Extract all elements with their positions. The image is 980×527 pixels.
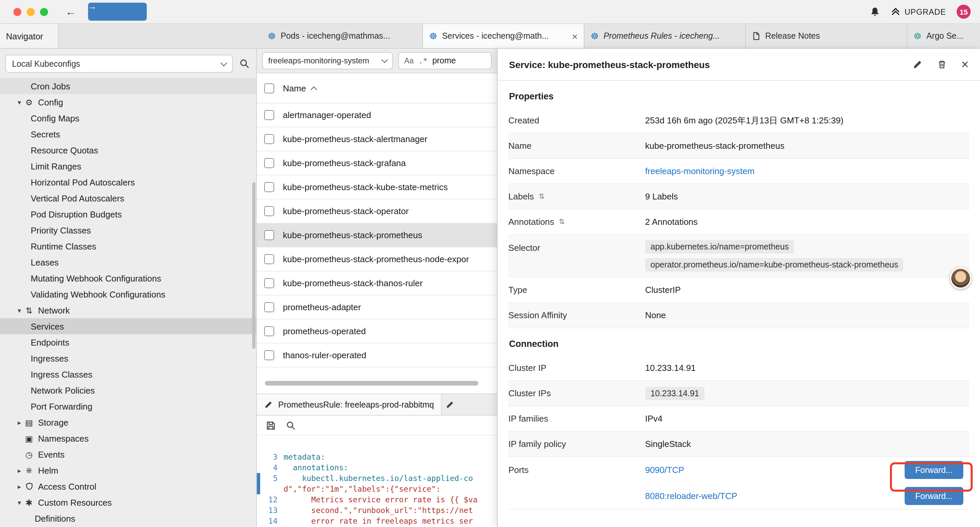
sidebar-item-priority-classes[interactable]: Priority Classes <box>0 222 256 238</box>
sidebar-item-validating-webhook-configurations[interactable]: Validating Webhook Configurations <box>0 286 256 302</box>
tab-prometheus-rules[interactable]: ☸ Prometheus Rules - icecheng... <box>584 24 746 48</box>
sidebar-item-limit-ranges[interactable]: Limit Ranges <box>0 158 256 174</box>
select-all-checkbox[interactable] <box>264 83 274 93</box>
user-avatar[interactable] <box>950 267 971 289</box>
yaml-editor[interactable]: 3metadata: 4 annotations: 5 kubectl.kube… <box>257 436 497 527</box>
table-row[interactable]: prometheus-operated <box>257 320 497 344</box>
expand-icon[interactable]: ⇅ <box>559 218 565 226</box>
table-row[interactable]: alertmanager-operated <box>257 103 497 127</box>
table-row[interactable]: kube-prometheus-stack-prometheus-node-ex… <box>257 247 497 272</box>
sidebar-item-access-control[interactable]: ▸ Access Control <box>0 478 256 494</box>
namespace-select[interactable]: freeleaps-monitoring-system <box>262 52 393 69</box>
sidebar-item-ingress-classes[interactable]: Ingress Classes <box>0 366 256 382</box>
tab-services[interactable]: ☸ Services - icecheng@math... × <box>423 24 584 48</box>
close-tab-icon[interactable]: × <box>572 30 578 42</box>
sidebar-item-custom-resources[interactable]: ▾ ✱ Custom Resources <box>0 494 256 510</box>
forward-button[interactable]: Forward... <box>905 487 963 505</box>
row-checkbox[interactable] <box>264 110 274 120</box>
forward-button[interactable]: → <box>88 3 147 21</box>
sidebar-item-mutating-webhook-configurations[interactable]: Mutating Webhook Configurations <box>0 270 256 286</box>
table-row[interactable]: kube-prometheus-stack-alertmanager <box>257 127 497 151</box>
row-checkbox[interactable] <box>264 182 274 192</box>
sidebar-item-cron-jobs[interactable]: Cron Jobs <box>0 78 256 94</box>
edit-icon[interactable] <box>913 59 923 69</box>
search-icon[interactable] <box>286 420 296 430</box>
port-link[interactable]: 8080:reloader-web/TCP <box>645 491 905 501</box>
sidebar-item-config-maps[interactable]: Config Maps <box>0 110 256 126</box>
search-icon[interactable] <box>240 59 250 69</box>
chevron-right-icon[interactable]: ▸ <box>15 482 23 490</box>
namespace-link[interactable]: freeleaps-monitoring-system <box>645 166 754 176</box>
sidebar-item-storage[interactable]: ▸ ▤ Storage <box>0 414 256 430</box>
sidebar-item-leases[interactable]: Leases <box>0 254 256 270</box>
row-checkbox[interactable] <box>264 230 274 240</box>
table-row[interactable]: thanos-ruler-operated <box>257 344 497 368</box>
navigator-pane-header[interactable]: Navigator <box>0 24 59 48</box>
sidebar-item-events[interactable]: ◷ Events <box>0 446 256 462</box>
save-icon[interactable] <box>266 420 275 430</box>
notifications-bell-icon[interactable] <box>870 7 880 17</box>
expand-icon[interactable]: ⇅ <box>539 192 545 201</box>
match-case-toggle[interactable]: Aa <box>404 57 414 65</box>
services-list-panel: freeleaps-monitoring-system Aa .* prome … <box>257 49 497 527</box>
sidebar-item-label: Pod Disruption Budgets <box>31 209 122 219</box>
row-checkbox[interactable] <box>264 302 274 312</box>
sidebar-item-helm[interactable]: ▸ ⎈ Helm <box>0 462 256 478</box>
row-checkbox[interactable] <box>264 134 274 144</box>
sidebar-item-pod-disruption-budgets[interactable]: Pod Disruption Budgets <box>0 206 256 222</box>
row-checkbox[interactable] <box>264 158 274 168</box>
tab-pods[interactable]: ☸ Pods - icecheng@mathmas... <box>261 24 423 48</box>
row-checkbox[interactable] <box>264 254 274 264</box>
upgrade-button[interactable]: UPGRADE <box>891 7 946 17</box>
sidebar-item-label: Config Maps <box>31 113 80 123</box>
sidebar-item-port-forwarding[interactable]: Port Forwarding <box>0 398 256 414</box>
close-window-button[interactable] <box>13 8 21 16</box>
trash-icon[interactable] <box>937 59 947 69</box>
sidebar-scrollbar-thumb[interactable] <box>252 182 256 349</box>
regex-toggle[interactable]: .* <box>418 56 428 65</box>
table-row-selected[interactable]: kube-prometheus-stack-prometheus <box>257 223 497 247</box>
dock-tab-partial[interactable] <box>442 394 497 415</box>
kubeconfig-select[interactable]: Local Kubeconfigs <box>5 55 233 73</box>
horizontal-scrollbar-thumb[interactable] <box>265 381 478 385</box>
sidebar-item-vertical-pod-autoscalers[interactable]: Vertical Pod Autoscalers <box>0 190 256 206</box>
chevron-right-icon[interactable]: ▸ <box>15 466 23 474</box>
minimize-window-button[interactable] <box>27 8 35 16</box>
sidebar-item-network-policies[interactable]: Network Policies <box>0 382 256 398</box>
sidebar-item-namespaces[interactable]: ▣ Namespaces <box>0 430 256 446</box>
table-row[interactable]: kube-prometheus-stack-operator <box>257 199 497 223</box>
close-icon[interactable]: × <box>961 58 969 71</box>
sidebar-item-resource-quotas[interactable]: Resource Quotas <box>0 142 256 158</box>
table-row[interactable]: prometheus-adapter <box>257 296 497 320</box>
tab-argo[interactable]: ☸ Argo Se... <box>907 24 980 48</box>
sidebar-item-ingresses[interactable]: Ingresses <box>0 350 256 366</box>
sidebar-item-endpoints[interactable]: Endpoints <box>0 334 256 350</box>
chevron-down-icon[interactable]: ▾ <box>15 307 23 314</box>
tab-release-notes[interactable]: Release Notes <box>746 24 907 48</box>
table-row[interactable]: kube-prometheus-stack-thanos-ruler <box>257 272 497 296</box>
row-checkbox[interactable] <box>264 326 274 336</box>
sidebar-item-config[interactable]: ▾ ⚙ Config <box>0 94 256 110</box>
row-checkbox[interactable] <box>264 206 274 216</box>
search-input[interactable]: Aa .* prome <box>398 52 492 69</box>
port-link[interactable]: 9090/TCP <box>645 465 905 475</box>
notification-count-badge[interactable]: 15 <box>957 5 970 19</box>
table-row[interactable]: kube-prometheus-stack-kube-state-metrics <box>257 175 497 199</box>
sidebar-item-services[interactable]: Services <box>0 318 256 334</box>
sidebar-item-secrets[interactable]: Secrets <box>0 126 256 142</box>
sidebar-item-horizontal-pod-autoscalers[interactable]: Horizontal Pod Autoscalers <box>0 174 256 190</box>
chevron-right-icon[interactable]: ▸ <box>15 419 23 426</box>
row-checkbox[interactable] <box>264 350 274 360</box>
table-row[interactable]: kube-prometheus-stack-grafana <box>257 151 497 175</box>
sidebar-item-definitions[interactable]: Definitions <box>0 510 256 526</box>
forward-button[interactable]: Forward... <box>905 461 963 479</box>
back-button[interactable]: ← <box>65 6 76 17</box>
chevron-down-icon[interactable]: ▾ <box>15 99 23 106</box>
row-checkbox[interactable] <box>264 278 274 288</box>
zoom-window-button[interactable] <box>40 8 48 16</box>
sidebar-item-network[interactable]: ▾ ⇅ Network <box>0 302 256 318</box>
chevron-down-icon[interactable]: ▾ <box>15 498 23 506</box>
name-column-header[interactable]: Name <box>283 83 316 93</box>
dock-tab-prometheusrule[interactable]: PrometheusRule: freeleaps-prod-rabbitmq <box>257 394 442 415</box>
sidebar-item-runtime-classes[interactable]: Runtime Classes <box>0 238 256 254</box>
